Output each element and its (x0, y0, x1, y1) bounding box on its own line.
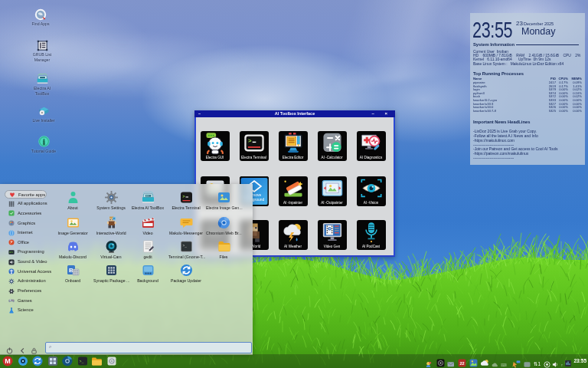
svg-text:i: i (43, 137, 45, 146)
svg-text:TECH: TECH (145, 195, 150, 197)
svg-text:>: > (182, 194, 185, 199)
svg-text:M: M (5, 357, 11, 365)
svg-text:⇅1: ⇅1 (534, 361, 541, 366)
svg-text:>_: >_ (182, 244, 187, 248)
svg-text:>_: >_ (79, 360, 84, 364)
svg-text:↑: ↑ (561, 363, 563, 367)
svg-text:22: 22 (459, 361, 464, 366)
svg-text:>: > (247, 138, 251, 144)
svg-text:on: on (9, 251, 12, 254)
svg-text:⌨: ⌨ (501, 363, 507, 367)
